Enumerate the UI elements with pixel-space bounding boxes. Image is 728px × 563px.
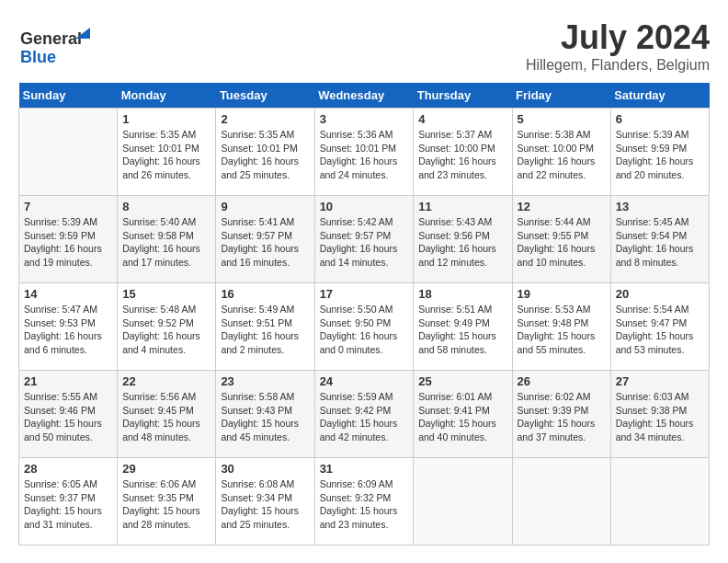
calendar-cell: 20Sunrise: 5:54 AMSunset: 9:47 PMDayligh… [610, 283, 709, 371]
day-info: Sunrise: 5:41 AMSunset: 9:57 PMDaylight:… [221, 215, 309, 270]
calendar-cell: 5Sunrise: 5:38 AMSunset: 10:00 PMDayligh… [512, 109, 610, 196]
day-info: Sunrise: 5:40 AMSunset: 9:58 PMDaylight:… [122, 215, 210, 270]
day-info: Sunrise: 6:06 AMSunset: 9:35 PMDaylight:… [122, 477, 210, 532]
day-number: 26 [518, 374, 606, 388]
day-info: Sunrise: 6:01 AMSunset: 9:41 PMDaylight:… [418, 390, 506, 444]
day-number: 24 [320, 374, 409, 388]
location-subtitle: Hillegem, Flanders, Belgium [526, 57, 710, 74]
day-number: 14 [24, 287, 112, 301]
day-number: 31 [320, 462, 409, 476]
day-number: 11 [418, 200, 506, 213]
day-info: Sunrise: 5:49 AMSunset: 9:51 PMDaylight:… [221, 303, 309, 357]
day-info: Sunrise: 6:05 AMSunset: 9:37 PMDaylight:… [24, 477, 112, 532]
weekday-header-sunday: Sunday [19, 83, 118, 109]
title-area: July 2024 Hillegem, Flanders, Belgium [526, 18, 710, 74]
calendar-cell: 24Sunrise: 5:59 AMSunset: 9:42 PMDayligh… [314, 371, 414, 458]
calendar-cell: 29Sunrise: 6:06 AMSunset: 9:35 PMDayligh… [118, 458, 216, 546]
calendar-cell: 8Sunrise: 5:40 AMSunset: 9:58 PMDaylight… [118, 196, 216, 283]
calendar-week-row: 1Sunrise: 5:35 AMSunset: 10:01 PMDayligh… [19, 109, 710, 196]
calendar-cell: 25Sunrise: 6:01 AMSunset: 9:41 PMDayligh… [414, 371, 512, 458]
calendar-cell: 15Sunrise: 5:48 AMSunset: 9:52 PMDayligh… [118, 283, 216, 371]
day-number: 1 [122, 112, 210, 126]
day-info: Sunrise: 5:45 AMSunset: 9:54 PMDaylight:… [616, 215, 704, 270]
day-number: 5 [518, 112, 606, 126]
svg-text:General: General [20, 29, 82, 48]
calendar-week-row: 14Sunrise: 5:47 AMSunset: 9:53 PMDayligh… [19, 283, 710, 371]
calendar-cell: 11Sunrise: 5:43 AMSunset: 9:56 PMDayligh… [414, 196, 512, 283]
weekday-header-thursday: Thursday [414, 83, 512, 109]
calendar-cell: 30Sunrise: 6:08 AMSunset: 9:34 PMDayligh… [216, 458, 314, 546]
calendar-cell: 28Sunrise: 6:05 AMSunset: 9:37 PMDayligh… [19, 458, 118, 546]
calendar-cell: 7Sunrise: 5:39 AMSunset: 9:59 PMDaylight… [19, 196, 118, 283]
calendar-cell [414, 458, 512, 546]
day-info: Sunrise: 5:36 AMSunset: 10:01 PMDaylight… [320, 128, 409, 182]
calendar-cell: 27Sunrise: 6:03 AMSunset: 9:38 PMDayligh… [610, 371, 709, 458]
day-number: 3 [320, 112, 409, 126]
day-number: 28 [24, 462, 112, 476]
calendar-cell: 26Sunrise: 6:02 AMSunset: 9:39 PMDayligh… [512, 371, 610, 458]
day-number: 20 [616, 287, 704, 301]
calendar-cell: 1Sunrise: 5:35 AMSunset: 10:01 PMDayligh… [118, 109, 216, 196]
calendar-cell: 10Sunrise: 5:42 AMSunset: 9:57 PMDayligh… [314, 196, 414, 283]
day-info: Sunrise: 5:56 AMSunset: 9:45 PMDaylight:… [122, 390, 210, 444]
day-number: 16 [221, 287, 309, 301]
calendar-week-row: 21Sunrise: 5:55 AMSunset: 9:46 PMDayligh… [19, 371, 710, 458]
calendar-cell [512, 458, 610, 546]
day-info: Sunrise: 5:54 AMSunset: 9:47 PMDaylight:… [616, 303, 704, 357]
day-number: 30 [221, 462, 309, 476]
calendar-week-row: 7Sunrise: 5:39 AMSunset: 9:59 PMDaylight… [19, 196, 710, 283]
day-info: Sunrise: 5:35 AMSunset: 10:01 PMDaylight… [122, 128, 210, 182]
calendar-cell: 13Sunrise: 5:45 AMSunset: 9:54 PMDayligh… [610, 196, 709, 283]
month-year-title: July 2024 [526, 18, 710, 57]
calendar-cell: 3Sunrise: 5:36 AMSunset: 10:01 PMDayligh… [314, 109, 414, 196]
day-number: 19 [518, 287, 606, 301]
day-info: Sunrise: 5:47 AMSunset: 9:53 PMDaylight:… [24, 303, 112, 357]
day-number: 10 [320, 200, 409, 213]
day-number: 27 [616, 374, 704, 388]
svg-text:Blue: Blue [20, 48, 56, 66]
weekday-header-monday: Monday [118, 83, 216, 109]
day-number: 21 [24, 374, 112, 388]
weekday-header-tuesday: Tuesday [216, 83, 314, 109]
day-info: Sunrise: 5:35 AMSunset: 10:01 PMDaylight… [221, 128, 309, 182]
calendar-cell: 23Sunrise: 5:58 AMSunset: 9:43 PMDayligh… [216, 371, 314, 458]
day-info: Sunrise: 5:42 AMSunset: 9:57 PMDaylight:… [320, 215, 409, 270]
calendar-table: SundayMondayTuesdayWednesdayThursdayFrid… [18, 83, 710, 546]
day-number: 2 [221, 112, 309, 126]
day-info: Sunrise: 6:08 AMSunset: 9:34 PMDaylight:… [221, 477, 309, 532]
day-info: Sunrise: 5:38 AMSunset: 10:00 PMDaylight… [518, 128, 606, 182]
calendar-cell: 6Sunrise: 5:39 AMSunset: 9:59 PMDaylight… [610, 109, 709, 196]
day-number: 6 [616, 112, 704, 126]
day-info: Sunrise: 5:51 AMSunset: 9:49 PMDaylight:… [418, 303, 506, 357]
day-number: 25 [418, 374, 506, 388]
weekday-header-saturday: Saturday [610, 83, 709, 109]
day-info: Sunrise: 5:48 AMSunset: 9:52 PMDaylight:… [122, 303, 210, 357]
day-info: Sunrise: 5:53 AMSunset: 9:48 PMDaylight:… [518, 303, 606, 357]
day-info: Sunrise: 5:43 AMSunset: 9:56 PMDaylight:… [418, 215, 506, 270]
day-number: 4 [418, 112, 506, 126]
calendar-cell: 2Sunrise: 5:35 AMSunset: 10:01 PMDayligh… [216, 109, 314, 196]
calendar-cell: 17Sunrise: 5:50 AMSunset: 9:50 PMDayligh… [314, 283, 414, 371]
day-info: Sunrise: 5:37 AMSunset: 10:00 PMDaylight… [418, 128, 506, 182]
day-info: Sunrise: 5:55 AMSunset: 9:46 PMDaylight:… [24, 390, 112, 444]
logo-icon: General Blue [18, 18, 101, 69]
day-number: 8 [122, 200, 210, 213]
calendar-week-row: 28Sunrise: 6:05 AMSunset: 9:37 PMDayligh… [19, 458, 710, 546]
day-number: 9 [221, 200, 309, 213]
day-number: 12 [518, 200, 606, 213]
weekday-header-row: SundayMondayTuesdayWednesdayThursdayFrid… [19, 83, 710, 109]
day-info: Sunrise: 5:59 AMSunset: 9:42 PMDaylight:… [320, 390, 409, 444]
calendar-cell [610, 458, 709, 546]
day-info: Sunrise: 6:02 AMSunset: 9:39 PMDaylight:… [518, 390, 606, 444]
calendar-cell [19, 109, 118, 196]
day-number: 18 [418, 287, 506, 301]
day-info: Sunrise: 5:44 AMSunset: 9:55 PMDaylight:… [518, 215, 606, 270]
calendar-cell: 16Sunrise: 5:49 AMSunset: 9:51 PMDayligh… [216, 283, 314, 371]
day-number: 7 [24, 200, 112, 213]
calendar-cell: 18Sunrise: 5:51 AMSunset: 9:49 PMDayligh… [414, 283, 512, 371]
day-info: Sunrise: 5:58 AMSunset: 9:43 PMDaylight:… [221, 390, 309, 444]
day-number: 15 [122, 287, 210, 301]
calendar-cell: 21Sunrise: 5:55 AMSunset: 9:46 PMDayligh… [19, 371, 118, 458]
calendar-cell: 12Sunrise: 5:44 AMSunset: 9:55 PMDayligh… [512, 196, 610, 283]
day-info: Sunrise: 6:09 AMSunset: 9:32 PMDaylight:… [320, 477, 409, 532]
